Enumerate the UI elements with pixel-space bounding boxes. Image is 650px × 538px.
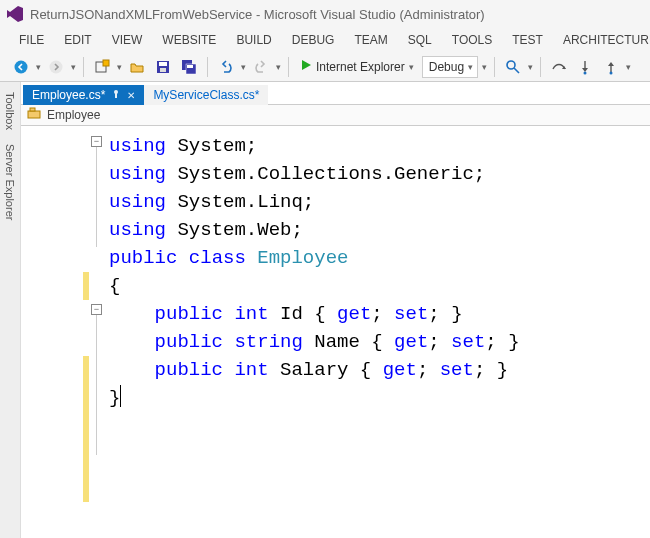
title-bar: ReturnJSONandXMLFromWebService - Microso… [0,0,650,28]
text-caret [120,385,121,407]
toolbar-separator [540,57,541,77]
config-label: Debug [429,60,464,74]
code-editor[interactable]: − − using System;using System.Collection… [21,126,650,538]
new-project-dropdown[interactable]: ▾ [117,62,122,72]
left-dock-strip: Toolbox Server Explorer [0,82,21,538]
menu-build[interactable]: BUILD [227,30,280,50]
redo-dropdown[interactable]: ▾ [276,62,281,72]
debug-dropdown[interactable]: ▾ [626,62,631,72]
svg-point-12 [507,61,515,69]
redo-button[interactable] [250,56,272,78]
pin-icon[interactable] [111,89,121,101]
window-title: ReturnJSONandXMLFromWebService - Microso… [30,7,485,22]
document-tab[interactable]: MyServiceClass.cs* [144,85,268,105]
menu-test[interactable]: TEST [503,30,552,50]
nav-back-button[interactable] [10,56,32,78]
type-dropdown-label: Employee [47,108,100,122]
toolbar-separator [494,57,495,77]
svg-marker-17 [608,62,614,66]
save-button[interactable] [152,56,174,78]
browser-label: Internet Explorer [316,60,405,74]
document-tab-well: Employee.cs*✕MyServiceClass.cs* [21,82,650,104]
code-nav-bar[interactable]: Employee [21,104,650,126]
save-all-button[interactable] [178,56,200,78]
menu-bar: FILEEDITVIEWWEBSITEBUILDDEBUGTEAMSQLTOOL… [0,28,650,52]
server-explorer-tab[interactable]: Server Explorer [4,138,16,226]
svg-marker-15 [582,68,588,72]
svg-rect-7 [160,68,166,72]
svg-marker-0 [7,6,23,22]
close-tab-button[interactable]: ✕ [127,90,135,101]
undo-button[interactable] [215,56,237,78]
nav-back-dropdown[interactable]: ▾ [36,62,41,72]
menu-website[interactable]: WEBSITE [153,30,225,50]
chevron-down-icon: ▾ [468,62,473,72]
toolbar-separator [83,57,84,77]
nav-forward-button[interactable] [45,56,67,78]
svg-point-1 [15,60,28,73]
collapse-toggle[interactable]: − [91,136,102,147]
menu-team[interactable]: TEAM [345,30,396,50]
code-line[interactable]: using System.Collections.Generic; [109,160,650,188]
svg-rect-4 [103,60,109,66]
find-dropdown[interactable]: ▾ [528,62,533,72]
change-bar [83,272,89,300]
svg-line-13 [514,68,519,73]
tab-label: MyServiceClass.cs* [153,88,259,102]
toolbox-tab[interactable]: Toolbox [4,86,16,136]
code-line[interactable]: using System.Linq; [109,188,650,216]
code-line[interactable]: public int Id { get; set; } [109,300,650,328]
toolbar-separator [207,57,208,77]
code-line[interactable]: public string Name { get; set; } [109,328,650,356]
code-area[interactable]: using System;using System.Collections.Ge… [109,126,650,412]
menu-architecture[interactable]: ARCHITECTURE [554,30,650,50]
undo-dropdown[interactable]: ▾ [241,62,246,72]
svg-rect-10 [187,65,193,68]
collapse-toggle[interactable]: − [91,304,102,315]
menu-sql[interactable]: SQL [399,30,441,50]
svg-rect-22 [30,108,35,111]
svg-point-16 [584,71,587,74]
play-icon [300,59,312,74]
code-line[interactable]: public int Salary { get; set; } [109,356,650,384]
code-line[interactable]: } [109,384,650,412]
start-debug-dropdown[interactable]: ▾ [409,62,414,72]
svg-rect-6 [159,62,167,66]
vs-logo-icon [6,5,24,23]
step-into-button[interactable] [574,56,596,78]
start-debug-button[interactable]: Internet Explorer ▾ [296,56,418,78]
code-line[interactable]: using System.Web; [109,216,650,244]
svg-marker-11 [302,60,311,70]
tab-label: Employee.cs* [32,88,105,102]
menu-file[interactable]: FILE [10,30,53,50]
menu-debug[interactable]: DEBUG [283,30,344,50]
config-extra-dropdown[interactable]: ▾ [482,62,487,72]
main-toolbar: ▾ ▾ ▾ ▾ ▾ Internet Explorer ▾ Debug ▾ ▾ … [0,52,650,82]
svg-point-18 [610,71,613,74]
step-over-button[interactable] [548,56,570,78]
new-project-button[interactable] [91,56,113,78]
code-line[interactable]: public class Employee [109,244,650,272]
step-out-button[interactable] [600,56,622,78]
open-file-button[interactable] [126,56,148,78]
document-tab[interactable]: Employee.cs*✕ [23,85,144,105]
config-select[interactable]: Debug ▾ [422,56,478,78]
class-icon [27,107,41,124]
menu-edit[interactable]: EDIT [55,30,100,50]
svg-point-2 [50,60,63,73]
gutter [21,126,91,538]
svg-rect-20 [115,93,117,98]
menu-view[interactable]: VIEW [103,30,152,50]
code-line[interactable]: { [109,272,650,300]
find-button[interactable] [502,56,524,78]
code-line[interactable]: using System; [109,132,650,160]
menu-tools[interactable]: TOOLS [443,30,501,50]
nav-forward-dropdown[interactable]: ▾ [71,62,76,72]
toolbar-separator [288,57,289,77]
svg-rect-21 [28,111,40,118]
change-bar [83,356,89,502]
